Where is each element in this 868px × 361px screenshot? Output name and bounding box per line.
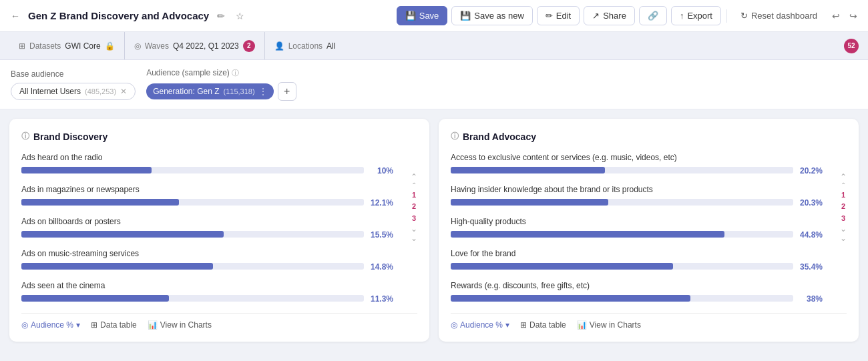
- bar-fill-1: [21, 199, 179, 206]
- brand-discovery-bars: Ads heard on the radio 10% Ads in magazi…: [21, 153, 417, 304]
- lock-icon: 🔒: [105, 41, 115, 51]
- sample-label: Audience (sample size) ⓘ: [146, 68, 296, 78]
- base-audience-chip[interactable]: All Internet Users (485,253) ✕: [11, 83, 136, 100]
- bar-fill-0: [21, 167, 152, 173]
- brand-discovery-info-icon: ⓘ: [21, 131, 29, 142]
- audience-bar: Base audience All Internet Users (485,25…: [0, 60, 868, 109]
- adv-data-table-button[interactable]: ⊞ Data table: [520, 320, 566, 330]
- view-charts-button[interactable]: 📊 View in Charts: [148, 320, 212, 330]
- filter-waves[interactable]: ◎ Waves Q4 2022, Q1 2023 2: [124, 32, 264, 59]
- adv-sort-up-arrow[interactable]: ⌃: [840, 173, 847, 181]
- save-icon: 💾: [405, 11, 416, 21]
- save-button[interactable]: 💾 Save: [397, 6, 448, 25]
- sort-down-arrow[interactable]: ⌄: [411, 225, 417, 233]
- advocacy-bar-row-1: Having insider knowledge about the brand…: [451, 185, 823, 208]
- advocacy-bar-fill-0: [451, 167, 605, 173]
- bar-fill-3: [21, 263, 213, 270]
- pie-icon: ◎: [21, 320, 28, 330]
- header-left: ← Gen Z Brand Discovery and Advocacy ✏ ☆: [8, 8, 391, 24]
- adv-table-icon: ⊞: [520, 320, 527, 330]
- brand-discovery-title: ⓘ Brand Discovery: [21, 131, 417, 142]
- base-audience-label: Base audience: [11, 69, 136, 79]
- filter-locations[interactable]: 👤 Locations All: [264, 32, 345, 59]
- table-icon: ⊞: [91, 320, 97, 330]
- adv-chart-icon: 📊: [577, 320, 587, 330]
- grid-icon: ⊞: [19, 41, 25, 51]
- data-table-button[interactable]: ⊞ Data table: [91, 320, 137, 330]
- advocacy-bar-row-3: Love for the brand 35.4%: [451, 249, 823, 272]
- bar-row-0: Ads heard on the radio 10%: [21, 153, 393, 175]
- locations-badge: 52: [844, 39, 859, 53]
- back-button[interactable]: ←: [8, 8, 23, 24]
- audience-pct-button[interactable]: ◎ Audience % ▾: [21, 320, 80, 330]
- share-button[interactable]: ↗ Share: [584, 6, 635, 25]
- bar-fill-2: [21, 231, 224, 238]
- chart-icon: 📊: [148, 320, 158, 330]
- edit-pencil-icon[interactable]: ✏: [214, 8, 228, 24]
- active-audience-chip[interactable]: Generation: Gen Z (115,318) ⋮: [146, 83, 273, 99]
- adv-view-charts-button[interactable]: 📊 View in Charts: [577, 320, 641, 330]
- export-icon: ↑: [680, 11, 684, 21]
- advocacy-bar-fill-3: [451, 263, 673, 270]
- bar-row-1: Ads in magazines or newspapers 12.1%: [21, 185, 393, 208]
- more-options-icon[interactable]: ⋮: [259, 87, 267, 96]
- advocacy-bar-row-0: Access to exclusive content or services …: [451, 153, 823, 175]
- adv-audience-pct-button[interactable]: ◎ Audience % ▾: [451, 320, 509, 330]
- adv-sort-up-arrow2[interactable]: ⌃: [841, 182, 846, 189]
- bar-row-3: Ads on music-streaming services 14.8%: [21, 249, 393, 272]
- header: ← Gen Z Brand Discovery and Advocacy ✏ ☆…: [0, 0, 868, 32]
- edit-icon: ✏: [546, 11, 553, 21]
- brand-advocacy-card: ⓘ Brand Advocacy Access to exclusive con…: [439, 119, 859, 342]
- header-actions: 💾 Save 💾 Save as new ✏ Edit ↗ Share 🔗 ↑ …: [397, 6, 860, 25]
- filter-right: 52: [844, 39, 859, 53]
- reset-dashboard-button[interactable]: ↻ Reset dashboard: [732, 7, 825, 25]
- waves-badge: 2: [243, 40, 255, 52]
- brand-discovery-footer: ◎ Audience % ▾ ⊞ Data table 📊 View in Ch…: [21, 313, 417, 330]
- location-icon: 👤: [274, 41, 284, 51]
- adv-sort-down-arrow[interactable]: ⌄: [840, 225, 847, 233]
- dropdown-icon: ▾: [76, 320, 80, 330]
- advocacy-sort-controls: ⌃ ⌃ 1 2 3 ⌄ ⌄: [840, 173, 847, 242]
- adv-pie-icon: ◎: [451, 320, 457, 330]
- save-as-new-button[interactable]: 💾 Save as new: [451, 6, 532, 25]
- advocacy-bar-fill-1: [451, 199, 608, 206]
- sort-up-arrow2[interactable]: ⌃: [411, 182, 417, 189]
- link-button[interactable]: 🔗: [639, 6, 667, 25]
- link-icon: 🔗: [648, 11, 658, 21]
- save-new-icon: 💾: [460, 11, 471, 21]
- add-audience-button[interactable]: +: [278, 82, 296, 101]
- sample-audience-section: Audience (sample size) ⓘ Generation: Gen…: [146, 68, 296, 101]
- export-button[interactable]: ↑ Export: [671, 6, 721, 25]
- brand-advocacy-title: ⓘ Brand Advocacy: [451, 131, 847, 142]
- base-audience-section: Base audience All Internet Users (485,25…: [11, 69, 136, 100]
- brand-advocacy-info-icon: ⓘ: [451, 131, 459, 142]
- adv-sort-down-arrow2[interactable]: ⌄: [840, 234, 847, 242]
- header-divider: [726, 9, 727, 23]
- brand-advocacy-footer: ◎ Audience % ▾ ⊞ Data table 📊 View in Ch…: [451, 313, 847, 330]
- filter-datasets: ⊞ Datasets GWI Core 🔒: [9, 32, 124, 59]
- sort-down-arrow2[interactable]: ⌄: [411, 234, 417, 242]
- star-icon[interactable]: ☆: [233, 8, 247, 24]
- adv-dropdown-icon: ▾: [505, 320, 509, 330]
- remove-icon[interactable]: ✕: [120, 87, 127, 96]
- edit-button[interactable]: ✏ Edit: [537, 6, 580, 25]
- bar-row-4: Ads seen at the cinema 11.3%: [21, 281, 393, 304]
- info-icon: ⓘ: [232, 69, 239, 77]
- bar-fill-4: [21, 295, 169, 302]
- page-title: Gen Z Brand Discovery and Advocacy: [28, 10, 209, 21]
- bar-row-2: Ads on billboards or posters 15.5%: [21, 217, 393, 240]
- sort-up-arrow[interactable]: ⌃: [411, 173, 417, 181]
- share-icon: ↗: [592, 11, 600, 21]
- advocacy-bar-fill-4: [451, 295, 690, 302]
- advocacy-bar-fill-2: [451, 231, 724, 238]
- reset-icon: ↻: [740, 11, 748, 21]
- redo-button[interactable]: ↪: [847, 8, 860, 24]
- advocacy-bar-row-4: Rewards (e.g. discounts, free gifts, etc…: [451, 281, 823, 304]
- brand-discovery-card: ⓘ Brand Discovery Ads heard on the radio…: [9, 119, 429, 342]
- filter-bar: ⊞ Datasets GWI Core 🔒 ◎ Waves Q4 2022, Q…: [0, 32, 868, 60]
- main-content: ⓘ Brand Discovery Ads heard on the radio…: [0, 109, 868, 351]
- brand-advocacy-bars: Access to exclusive content or services …: [451, 153, 847, 304]
- undo-button[interactable]: ↩: [829, 8, 843, 24]
- waves-icon: ◎: [134, 41, 141, 51]
- sort-controls: ⌃ ⌃ 1 2 3 ⌄ ⌄: [411, 173, 417, 242]
